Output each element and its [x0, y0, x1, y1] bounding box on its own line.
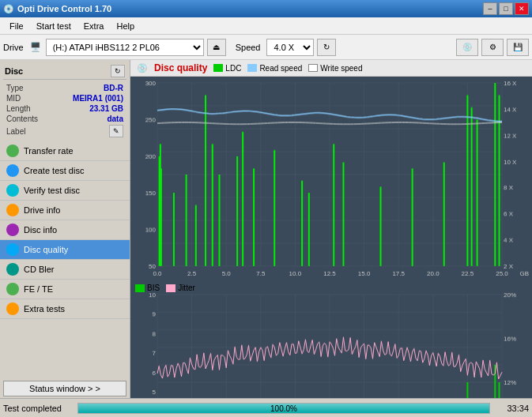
chart-header: 💿 Disc quality LDC Read speed Write spee…: [130, 60, 532, 77]
contents-label: Contents: [6, 115, 38, 123]
chart2-legend: BIS Jitter: [135, 284, 195, 292]
main-content: Disc ↻ Type BD-R MID MEIRA1 (001) Length…: [0, 60, 532, 398]
bottom-bar: Test completed 100.0% 33:34: [0, 398, 532, 417]
drive-label: Drive: [3, 43, 24, 52]
verify-test-disc-label: Verify test disc: [24, 186, 80, 195]
menu-help[interactable]: Help: [110, 20, 141, 32]
app-icon: 💿: [3, 4, 14, 14]
disc-type-row: Type BD-R: [3, 83, 126, 93]
disc-label-row: Label ✎: [3, 124, 126, 138]
disc-refresh-button[interactable]: ↻: [111, 65, 125, 77]
disc-mid-row: MID MEIRA1 (001): [3, 93, 126, 103]
extra-tests-label: Extra tests: [24, 304, 65, 314]
menu-start-test[interactable]: Start test: [30, 20, 77, 32]
disc-header: Disc ↻: [3, 63, 126, 80]
sidebar-item-disc-info[interactable]: Disc info: [0, 220, 130, 240]
bis-color: [135, 284, 145, 292]
sidebar-item-extra-tests[interactable]: Extra tests: [0, 299, 130, 319]
legend-read-speed: Read speed: [247, 64, 302, 73]
time-display: 33:34: [493, 404, 529, 413]
fe-te-label: FE / TE: [24, 284, 53, 294]
chart-ldc: [132, 78, 530, 280]
legend-jitter-label: Jitter: [178, 284, 195, 292]
speed-select[interactable]: 4.0 X: [266, 39, 314, 56]
disc-info-label: Disc info: [24, 225, 57, 235]
mid-label: MID: [6, 94, 21, 103]
drive-select[interactable]: (H:) ATAPI iHBS112 2 PL06: [46, 39, 204, 56]
title-bar-controls: – □ ✕: [483, 2, 529, 15]
sidebar-nav: Transfer rate Create test disc Verify te…: [0, 141, 130, 379]
disc-contents-row: Contents data: [3, 114, 126, 124]
chart-title: Disc quality: [154, 62, 207, 73]
write-speed-color: [308, 64, 318, 72]
mid-value: MEIRA1 (001): [73, 94, 123, 103]
fe-te-icon: [6, 283, 19, 295]
title-bar-left: 💿 Opti Drive Control 1.70: [3, 4, 111, 14]
extra-tests-icon: [6, 302, 19, 315]
length-value: 23.31 GB: [89, 104, 123, 113]
status-text: Test completed: [3, 404, 74, 413]
length-label: Length: [6, 104, 31, 113]
verify-test-disc-icon: [6, 184, 19, 197]
disc-info-icon: [6, 224, 19, 236]
disc-quality-icon: [6, 243, 19, 256]
sidebar-item-create-test-disc[interactable]: Create test disc: [0, 161, 130, 181]
ldc-color: [213, 64, 223, 72]
ldc-canvas: [132, 78, 530, 280]
sidebar-item-verify-test-disc[interactable]: Verify test disc: [0, 181, 130, 201]
close-button[interactable]: ✕: [515, 2, 529, 15]
transfer-rate-icon: [6, 145, 19, 157]
cd-bler-icon: [6, 263, 19, 276]
chart-bis: BIS Jitter: [132, 282, 530, 398]
save-button[interactable]: 💾: [507, 39, 529, 56]
legend-ldc: LDC: [213, 64, 241, 73]
cd-bler-label: CD Bler: [24, 265, 55, 274]
refresh-button[interactable]: ↻: [317, 39, 336, 56]
sidebar: Disc ↻ Type BD-R MID MEIRA1 (001) Length…: [0, 60, 130, 398]
bis-canvas: [132, 282, 530, 398]
legend-read-speed-label: Read speed: [259, 64, 302, 73]
progress-bar: 100.0%: [77, 403, 490, 414]
legend-bis: BIS: [135, 284, 160, 292]
maximize-button[interactable]: □: [499, 2, 513, 15]
speed-label: Speed: [236, 43, 261, 52]
legend-write-speed-label: Write speed: [320, 64, 362, 73]
legend-ldc-label: LDC: [225, 64, 241, 73]
transfer-rate-label: Transfer rate: [24, 146, 74, 156]
menu-extra[interactable]: Extra: [77, 20, 111, 32]
settings-button[interactable]: ⚙: [481, 39, 504, 56]
menu-bar: File Start test Extra Help: [0, 17, 532, 35]
sidebar-item-fe-te[interactable]: FE / TE: [0, 280, 130, 299]
legend-bis-label: BIS: [147, 284, 160, 292]
disc-icon-button[interactable]: 💿: [456, 39, 478, 56]
status-window-button[interactable]: Status window > >: [3, 381, 126, 396]
legend-jitter: Jitter: [166, 284, 195, 292]
chart-disc-icon: 💿: [137, 63, 148, 73]
create-test-disc-icon: [6, 164, 19, 177]
minimize-button[interactable]: –: [483, 2, 497, 15]
disc-length-row: Length 23.31 GB: [3, 103, 126, 114]
legend-write-speed: Write speed: [308, 64, 362, 73]
type-value: BD-R: [104, 84, 123, 92]
disc-title: Disc: [5, 66, 23, 76]
menu-file[interactable]: File: [3, 20, 30, 32]
toolbar: Drive 🖥️ (H:) ATAPI iHBS112 2 PL06 ⏏ Spe…: [0, 35, 532, 60]
sidebar-item-cd-bler[interactable]: CD Bler: [0, 260, 130, 280]
sidebar-item-disc-quality[interactable]: Disc quality: [0, 240, 130, 260]
sidebar-item-drive-info[interactable]: Drive info: [0, 201, 130, 220]
drive-info-icon: [6, 204, 19, 216]
read-speed-color: [247, 64, 257, 72]
disc-quality-label: Disc quality: [24, 245, 68, 254]
charts-area: BIS Jitter: [130, 77, 532, 398]
eject-button[interactable]: ⏏: [207, 39, 226, 56]
title-bar: 💿 Opti Drive Control 1.70 – □ ✕: [0, 0, 532, 17]
progress-text: 100.0%: [78, 404, 489, 415]
app-title: Opti Drive Control 1.70: [17, 4, 111, 13]
sidebar-item-transfer-rate[interactable]: Transfer rate: [0, 141, 130, 161]
label-edit-button[interactable]: ✎: [109, 125, 123, 137]
drive-info-label: Drive info: [24, 205, 60, 215]
type-label: Type: [6, 84, 24, 92]
create-test-disc-label: Create test disc: [24, 166, 84, 175]
drive-icon: 🖥️: [30, 42, 41, 52]
disc-section: Disc ↻ Type BD-R MID MEIRA1 (001) Length…: [0, 60, 130, 141]
